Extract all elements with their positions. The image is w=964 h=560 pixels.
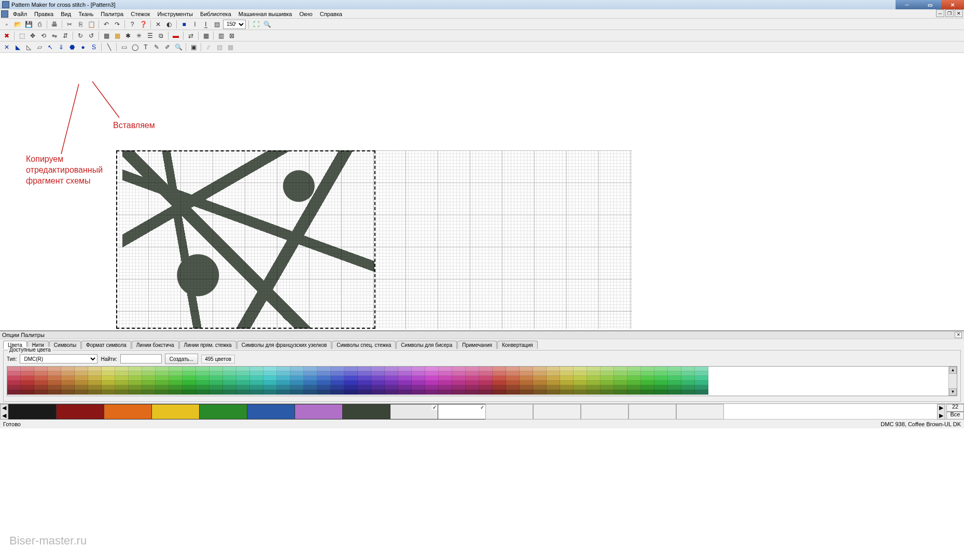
swatch[interactable] <box>371 385 385 390</box>
swatch[interactable] <box>466 385 479 390</box>
swatch[interactable] <box>196 371 209 376</box>
swatch[interactable] <box>412 371 425 376</box>
swatch[interactable] <box>614 367 627 371</box>
swatch[interactable] <box>250 367 263 371</box>
minimize-button[interactable]: ─ <box>896 0 918 9</box>
swatch[interactable] <box>263 385 277 390</box>
print-icon[interactable]: 🖶 <box>50 20 59 29</box>
swatch[interactable] <box>398 371 412 376</box>
help-icon[interactable]: ? <box>128 20 137 29</box>
swatch[interactable] <box>317 371 331 376</box>
mdi-minimize-button[interactable]: ─ <box>936 9 944 17</box>
swatch[interactable] <box>331 367 344 371</box>
swatch[interactable] <box>371 371 385 376</box>
swatch[interactable] <box>439 381 452 385</box>
italic-icon[interactable]: I <box>190 20 200 29</box>
swatch[interactable] <box>304 385 317 390</box>
swatch[interactable] <box>695 376 708 381</box>
palette-panel-close-button[interactable]: ✕ <box>955 332 962 338</box>
swatch[interactable] <box>290 385 304 390</box>
swatch[interactable] <box>479 376 493 381</box>
swatch[interactable] <box>627 390 641 395</box>
chart-c-icon[interactable]: ▦ <box>226 43 235 52</box>
swatch[interactable] <box>574 367 587 371</box>
swatch[interactable] <box>156 385 169 390</box>
scroll-up-icon[interactable]: ▲ <box>949 367 957 374</box>
swatch[interactable] <box>129 385 142 390</box>
full-stitch-icon[interactable]: ✕ <box>153 20 163 29</box>
swatch[interactable] <box>331 371 344 376</box>
rotate-icon[interactable]: ⟲ <box>39 31 48 40</box>
swatch[interactable] <box>236 371 250 376</box>
selection-rectangle[interactable] <box>116 150 375 329</box>
swatch[interactable] <box>520 371 533 376</box>
palette-color[interactable] <box>676 404 724 419</box>
scroll-down-icon[interactable]: ▼ <box>949 388 957 396</box>
swatch[interactable] <box>236 385 250 390</box>
swatch[interactable] <box>102 367 115 371</box>
swatch[interactable] <box>142 390 156 395</box>
swatch[interactable] <box>425 371 439 376</box>
rotate-ccw-icon[interactable]: ↺ <box>87 31 96 40</box>
swatch[interactable] <box>520 367 533 371</box>
redo-icon[interactable]: ↷ <box>113 20 122 29</box>
pattern3-icon[interactable]: ✱ <box>123 31 133 40</box>
swatch-scrollbar[interactable]: ▲ ▼ <box>948 367 957 396</box>
menu-Стежок[interactable]: Стежок <box>127 10 153 18</box>
swatch[interactable] <box>115 371 129 376</box>
swatch[interactable] <box>129 371 142 376</box>
rotate-cw-icon[interactable]: ↻ <box>76 31 85 40</box>
tab-10[interactable]: Конвертация <box>497 341 538 349</box>
select-icon[interactable]: ⬚ <box>17 31 26 40</box>
swatch[interactable] <box>209 367 223 371</box>
swatch[interactable] <box>250 385 263 390</box>
swatch[interactable] <box>560 371 574 376</box>
swatch[interactable] <box>479 385 493 390</box>
swatch[interactable] <box>560 367 574 371</box>
swatch[interactable] <box>641 381 654 385</box>
swatch[interactable] <box>21 367 34 371</box>
swatch[interactable] <box>61 367 75 371</box>
tab-3[interactable]: Формат символа <box>81 341 131 349</box>
palette-color[interactable] <box>390 404 438 419</box>
underline-icon[interactable]: I̲ <box>201 20 211 29</box>
swatch[interactable] <box>574 371 587 376</box>
swatch[interactable] <box>681 390 695 395</box>
swatch[interactable] <box>34 371 48 376</box>
swatch[interactable] <box>681 371 695 376</box>
swatch[interactable] <box>425 390 439 395</box>
swatch[interactable] <box>7 376 21 381</box>
swatch[interactable] <box>587 371 600 376</box>
swatch[interactable] <box>344 381 358 385</box>
menu-Вид[interactable]: Вид <box>57 10 75 18</box>
swatch[interactable] <box>681 376 695 381</box>
node-tool-icon[interactable]: ⬣ <box>67 43 77 52</box>
swatch[interactable] <box>520 390 533 395</box>
swatch[interactable] <box>358 390 371 395</box>
mdi-close-button[interactable]: ✕ <box>955 9 963 17</box>
swatch[interactable] <box>466 376 479 381</box>
swatch[interactable] <box>344 367 358 371</box>
cut-icon[interactable]: ✂ <box>65 20 74 29</box>
grid-off-icon[interactable]: ⊠ <box>227 31 236 40</box>
close-button[interactable]: ✕ <box>941 0 964 9</box>
swatch[interactable] <box>506 376 520 381</box>
indent-icon[interactable]: ▤ <box>212 20 221 29</box>
swatch[interactable] <box>263 390 277 395</box>
down-tool-icon[interactable]: ⇓ <box>57 43 66 52</box>
swatch[interactable] <box>358 371 371 376</box>
swatch[interactable] <box>75 367 88 371</box>
swatch[interactable] <box>223 390 236 395</box>
tab-4[interactable]: Линии бэкстича <box>132 341 179 349</box>
swatch[interactable] <box>344 376 358 381</box>
tab-7[interactable]: Символы спец. стежка <box>332 341 396 349</box>
swatch[interactable] <box>641 371 654 376</box>
swatch[interactable] <box>533 376 547 381</box>
swatch[interactable] <box>452 371 466 376</box>
swatch[interactable] <box>627 381 641 385</box>
swatch[interactable] <box>533 371 547 376</box>
swatch[interactable] <box>574 381 587 385</box>
swatch[interactable] <box>398 385 412 390</box>
swatch[interactable] <box>61 371 75 376</box>
palette-color[interactable] <box>104 404 151 419</box>
